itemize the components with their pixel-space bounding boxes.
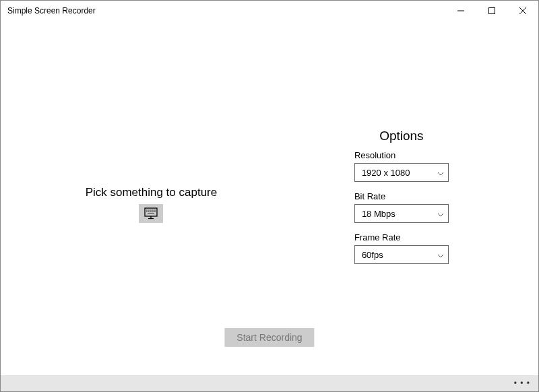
close-icon	[519, 7, 526, 14]
chevron-down-icon	[437, 251, 444, 258]
window-title: Simple Screen Recorder	[7, 6, 445, 15]
window-controls	[445, 1, 538, 21]
maximize-button[interactable]	[476, 1, 507, 21]
bitrate-dropdown[interactable]: 18 Mbps	[354, 204, 449, 223]
capture-source-button[interactable]	[139, 204, 163, 223]
resolution-label: Resolution	[354, 150, 538, 160]
more-options-icon[interactable]: • • •	[514, 379, 530, 388]
titlebar: Simple Screen Recorder	[1, 1, 538, 21]
capture-pane: Pick something to capture	[1, 21, 302, 328]
bitrate-label: Bit Rate	[354, 191, 538, 201]
chevron-down-icon	[437, 210, 444, 217]
maximize-icon	[488, 7, 495, 14]
options-pane: Options Resolution 1920 x 1080 Bit Rate …	[302, 21, 538, 328]
framerate-dropdown[interactable]: 60fps	[354, 245, 449, 264]
statusbar: • • •	[1, 375, 538, 391]
start-recording-button[interactable]: Start Recording	[224, 328, 314, 347]
svg-rect-4	[145, 208, 157, 216]
framerate-label: Frame Rate	[354, 232, 538, 242]
minimize-icon	[457, 7, 464, 14]
resolution-field: Resolution 1920 x 1080	[354, 150, 538, 182]
framerate-field: Frame Rate 60fps	[354, 232, 538, 264]
footer-area: Start Recording	[1, 328, 538, 375]
minimize-button[interactable]	[445, 1, 476, 21]
bitrate-value: 18 Mbps	[362, 209, 395, 219]
monitor-icon	[144, 207, 158, 220]
capture-heading: Pick something to capture	[1, 186, 302, 199]
close-button[interactable]	[507, 1, 538, 21]
svg-rect-1	[489, 8, 495, 14]
resolution-dropdown[interactable]: 1920 x 1080	[354, 163, 449, 182]
main-content: Pick something to capture Options	[1, 21, 538, 328]
chevron-down-icon	[437, 169, 444, 176]
resolution-value: 1920 x 1080	[362, 168, 410, 178]
framerate-value: 60fps	[362, 250, 383, 260]
options-title: Options	[354, 129, 449, 143]
bitrate-field: Bit Rate 18 Mbps	[354, 191, 538, 223]
